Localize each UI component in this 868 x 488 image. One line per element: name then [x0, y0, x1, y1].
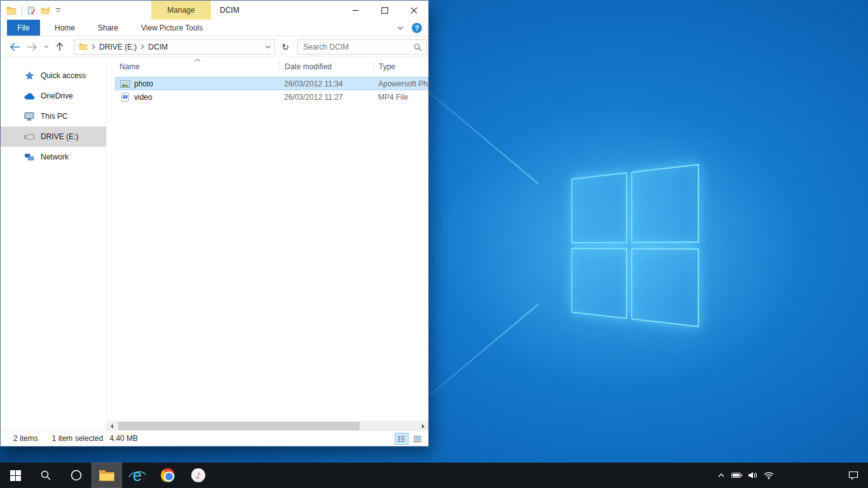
address-dropdown-icon[interactable] [265, 45, 271, 49]
battery-icon[interactable] [729, 463, 745, 488]
breadcrumb-drive[interactable]: DRIVE (E:) [99, 43, 137, 51]
windows-logo-pane [571, 248, 627, 319]
action-center-icon[interactable] [839, 463, 868, 488]
taskbar: e ♪ [0, 463, 868, 488]
sidebar-item-this-pc[interactable]: This PC [1, 106, 106, 126]
recent-locations-icon[interactable] [44, 45, 49, 48]
column-header-type[interactable]: Type [374, 59, 428, 74]
internet-explorer-icon[interactable]: e [122, 463, 153, 488]
scrollbar-thumb[interactable] [118, 422, 360, 430]
windows-logo [571, 164, 699, 327]
file-rows: photo 26/03/2012 11:34 Apowersoft Pho vi… [107, 77, 428, 104]
wifi-icon[interactable] [761, 463, 776, 488]
column-header-name[interactable]: Name [107, 59, 280, 74]
tab-file[interactable]: File [7, 20, 40, 36]
up-icon[interactable] [55, 42, 64, 51]
customize-qat-icon[interactable] [55, 8, 61, 13]
hidden-icons-chevron-icon[interactable] [713, 463, 729, 488]
status-items-count: 2 items [13, 434, 38, 443]
thumbnail-view-button[interactable] [410, 433, 424, 445]
minimize-button[interactable] [341, 1, 370, 20]
file-explorer-window: Manage DCIM File Home Share View Picture… [0, 0, 429, 447]
navigation-bar: DRIVE (E:) DCIM ↻ [1, 37, 428, 57]
photo-file-icon [120, 80, 130, 88]
window-controls [341, 1, 428, 20]
ribbon-right-controls: ? [397, 20, 422, 36]
onedrive-cloud-icon [24, 93, 35, 100]
column-header-date-modified[interactable]: Date modified [280, 59, 374, 74]
ribbon-tab-row: File Home Share View Picture Tools ? [1, 20, 428, 36]
start-button[interactable] [0, 463, 31, 488]
breadcrumb-chevron-icon[interactable] [92, 44, 95, 50]
sidebar-item-drive-e[interactable]: DRIVE (E:) [1, 126, 106, 147]
chrome-icon[interactable] [153, 463, 183, 488]
status-selected-info: 1 item selected [52, 434, 104, 443]
new-folder-icon[interactable] [41, 6, 50, 15]
system-tray [713, 463, 868, 488]
properties-icon[interactable] [27, 6, 36, 15]
back-icon[interactable] [10, 43, 20, 51]
close-button[interactable] [399, 1, 428, 20]
status-selected-size: 4.40 MB [109, 434, 138, 443]
cortana-icon[interactable] [61, 463, 92, 488]
network-icon [24, 153, 35, 161]
ie-logo: e [129, 467, 146, 484]
windows-logo-pane [571, 172, 627, 243]
help-icon[interactable]: ? [412, 23, 422, 33]
contextual-group-manage[interactable]: Manage [151, 1, 211, 20]
forward-icon[interactable] [27, 43, 37, 51]
sidebar-item-label: DRIVE (E:) [41, 132, 78, 141]
itunes-logo: ♪ [191, 468, 205, 482]
taskbar-search-icon[interactable] [31, 463, 61, 488]
file-row-video[interactable]: video 26/03/2012 11:27 MP4 File [115, 90, 428, 104]
search-icon[interactable] [414, 43, 422, 51]
refresh-icon[interactable]: ↻ [279, 42, 292, 52]
sidebar-item-label: Network [41, 152, 69, 161]
sidebar-item-label: Quick access [41, 71, 86, 80]
view-toggles [395, 433, 424, 445]
usb-drive-icon [24, 134, 35, 140]
chrome-logo [161, 468, 175, 482]
file-row-photo[interactable]: photo 26/03/2012 11:34 Apowersoft Pho [115, 77, 428, 90]
ribbon-collapse-icon[interactable] [397, 26, 403, 30]
title-bar[interactable]: Manage DCIM [1, 1, 428, 20]
address-folder-icon [79, 43, 88, 50]
search-box [297, 39, 427, 55]
breadcrumb-chevron-icon[interactable] [140, 44, 144, 50]
windows-logo-pane [631, 248, 699, 327]
navigation-pane: Quick access OneDrive This PC DRIVE (E:) [1, 58, 106, 421]
sidebar-item-quick-access[interactable]: Quick access [1, 65, 106, 86]
tab-picture-tools[interactable]: Picture Tools [151, 20, 211, 36]
windows-logo-pane [631, 164, 699, 243]
address-bar[interactable]: DRIVE (E:) DCIM [74, 39, 275, 55]
breadcrumb-dcim[interactable]: DCIM [148, 43, 168, 51]
window-title: DCIM [220, 1, 240, 20]
qat-separator [22, 6, 22, 15]
file-date-modified: 26/03/2012 11:34 [284, 79, 378, 88]
app-folder-icon [6, 6, 17, 15]
tab-home[interactable]: Home [46, 20, 83, 36]
music-note: ♪ [196, 471, 201, 480]
sidebar-item-label: This PC [41, 112, 68, 121]
sidebar-item-onedrive[interactable]: OneDrive [1, 86, 106, 106]
file-list-pane: Name Date modified Type photo 26/03/2012… [106, 58, 428, 421]
file-name: video [134, 93, 284, 102]
sidebar-item-label: OneDrive [41, 92, 73, 100]
file-date-modified: 26/03/2012 11:27 [284, 93, 378, 102]
file-type: Apowersoft Pho [378, 79, 428, 88]
this-pc-monitor-icon [24, 112, 35, 121]
quick-access-toolbar [1, 6, 61, 15]
search-input[interactable] [298, 40, 426, 54]
details-view-button[interactable] [395, 433, 409, 445]
quick-access-star-icon [24, 71, 35, 81]
tab-share[interactable]: Share [90, 20, 126, 36]
video-file-icon [120, 93, 130, 102]
taskbar-file-explorer-icon[interactable] [92, 463, 122, 488]
status-bar: 2 items 1 item selected 4.40 MB [1, 430, 428, 446]
volume-icon[interactable] [745, 463, 761, 488]
maximize-button[interactable] [370, 1, 399, 20]
itunes-icon[interactable]: ♪ [183, 463, 214, 488]
sidebar-item-network[interactable]: Network [1, 147, 106, 167]
column-headers: Name Date modified Type [107, 59, 428, 74]
file-type: MP4 File [378, 93, 428, 102]
